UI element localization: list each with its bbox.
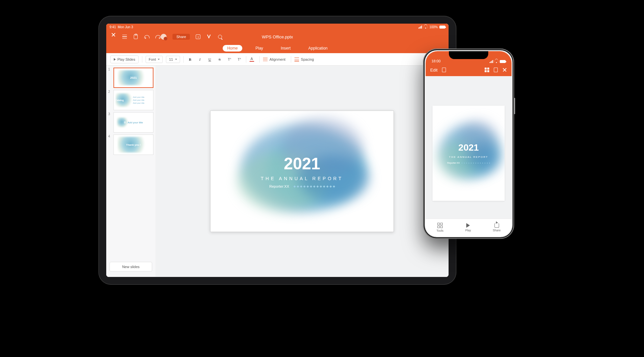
reporter-label: Reporter:XX (269, 184, 289, 188)
tablet-screen: 9:41 Mon Jun 3 100% WPS Office.pptx Shar… (106, 24, 449, 277)
phone-canvas-area: 2021 THE ANNUAL REPORT Reporter:XX (426, 76, 512, 219)
thumbnail-slide-2[interactable]: CatalogAdd your titleAdd your titleAdd y… (113, 90, 153, 110)
grid-view-icon[interactable] (485, 68, 489, 72)
slide-subtitle: THE ANNUAL REPORT (261, 176, 343, 181)
phone-screen: 18:00 Edit 2 (426, 51, 512, 236)
font-color-button[interactable]: A (250, 57, 254, 62)
italic-button[interactable]: I (197, 57, 203, 61)
slide-year: 2021 (447, 142, 490, 153)
canvas-area: 2021 THE ANNUAL REPORT Reporter:XX (155, 66, 449, 277)
slide-subtitle: THE ANNUAL REPORT (447, 156, 490, 158)
tab-home[interactable]: Home (223, 45, 242, 52)
ribbon-tabs: Home Play Insert Application (106, 43, 449, 53)
reporter-label: Reporter:XX (447, 162, 460, 164)
decorative-diamonds (462, 163, 490, 163)
wifi-icon (494, 60, 498, 63)
bold-button[interactable]: B (187, 57, 193, 61)
tab-insert[interactable]: Insert (276, 45, 295, 52)
tablet-device: 9:41 Mon Jun 3 100% WPS Office.pptx Shar… (98, 16, 456, 285)
superscript-a-button[interactable]: T₁ (226, 57, 233, 61)
align-icon (263, 58, 268, 61)
new-slides-button[interactable]: New slides (110, 262, 152, 272)
share-button[interactable]: Share (493, 223, 501, 232)
thumb-number: 3 (108, 112, 111, 133)
slide-thumbnails-panel: 1 2021 2 CatalogAdd your titleAdd your t… (106, 66, 155, 277)
thumb-number: 4 (108, 135, 111, 155)
thumbnail-slide-4[interactable]: Thank you ! (113, 135, 153, 155)
share-icon (494, 223, 499, 228)
edit-button[interactable]: Edit (430, 68, 437, 73)
phone-slide[interactable]: 2021 THE ANNUAL REPORT Reporter:XX (433, 106, 505, 201)
thumb-number: 1 (108, 68, 111, 88)
font-selector[interactable]: Font (146, 56, 163, 63)
status-right: 100% (418, 25, 445, 29)
phone-bottom-toolbar: Tools Play Share (426, 219, 512, 236)
page-indicator-icon[interactable]: 1 (196, 34, 200, 39)
decorative-diamonds (294, 186, 335, 187)
document-icon[interactable] (442, 68, 446, 72)
phone-time: 18:00 (432, 59, 441, 63)
tab-play[interactable]: Play (251, 45, 268, 52)
tablet-topbar: WPS Office.pptx Share 1 (106, 30, 449, 43)
alignment-button[interactable]: Alignment (263, 57, 288, 61)
play-button[interactable]: Play (465, 223, 471, 232)
phone-topbar: Edit (426, 64, 512, 76)
formatting-toolbar: Play Slides Font 11 B I U S T₁ T₂ A Alig… (106, 53, 449, 66)
thumb-number: 2 (108, 90, 111, 110)
wifi-icon (424, 26, 428, 29)
redo-button[interactable] (155, 34, 161, 39)
clipboard-button[interactable] (133, 34, 138, 39)
share-button[interactable]: Share (172, 34, 190, 40)
phone-notch (449, 51, 488, 59)
spacing-icon (294, 57, 299, 61)
menu-button[interactable] (122, 34, 127, 39)
status-time-date: 9:41 Mon Jun 3 (110, 25, 133, 29)
tools-icon (437, 223, 443, 228)
battery-percent: 100% (429, 25, 438, 29)
page-icon[interactable] (494, 68, 498, 72)
font-size-selector[interactable]: 11 (166, 56, 180, 63)
editor-body: 1 2021 2 CatalogAdd your titleAdd your t… (106, 66, 449, 277)
search-button[interactable] (217, 34, 223, 39)
thumbnail-slide-1[interactable]: 2021 (113, 68, 153, 88)
phone-device: 18:00 Edit 2 (423, 49, 514, 239)
signal-icon (490, 60, 493, 63)
avatar[interactable] (161, 34, 167, 40)
slide-reporter-row: Reporter:XX (261, 184, 343, 188)
slide-text-content: 2021 THE ANNUAL REPORT Reporter:XX (447, 142, 490, 164)
strikethrough-button[interactable]: S (216, 57, 223, 61)
undo-button[interactable] (144, 34, 150, 39)
chevron-down-icon (158, 59, 160, 60)
play-slides-button[interactable]: Play Slides (110, 55, 139, 63)
tools-button[interactable]: Tools (436, 223, 443, 232)
thumbnail-slide-3[interactable]: 0Add your title (113, 112, 153, 133)
play-icon (114, 58, 116, 61)
close-button[interactable] (111, 34, 116, 39)
slide-canvas[interactable]: 2021 THE ANNUAL REPORT Reporter:XX (210, 111, 394, 232)
close-button[interactable] (502, 68, 507, 72)
tab-application[interactable]: Application (304, 45, 332, 52)
slide-reporter-row: Reporter:XX (447, 162, 490, 164)
underline-button[interactable]: U (207, 57, 213, 61)
superscript-b-button[interactable]: T₂ (236, 57, 243, 61)
spacing-button[interactable]: Spacing (294, 57, 316, 61)
battery-icon (500, 60, 506, 63)
document-title: WPS Office.pptx (262, 34, 293, 39)
tablet-status-bar: 9:41 Mon Jun 3 100% (106, 24, 449, 30)
slide-year: 2021 (261, 154, 343, 173)
slide-text-content: 2021 THE ANNUAL REPORT Reporter:XX (261, 154, 343, 188)
chevron-down-icon (175, 59, 177, 60)
battery-icon (439, 26, 445, 29)
play-icon (466, 223, 470, 228)
signal-icon (418, 26, 422, 29)
pen-tool-button[interactable] (206, 34, 211, 39)
